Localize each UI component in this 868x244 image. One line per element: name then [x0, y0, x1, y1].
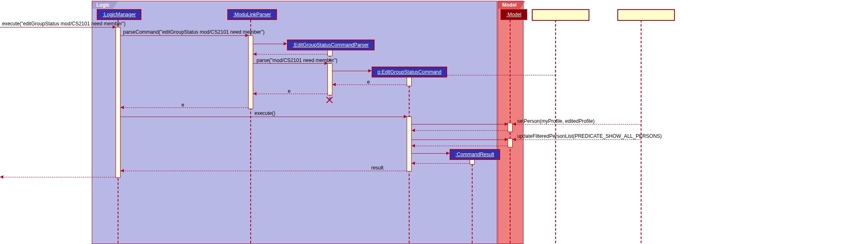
lifeline-command-result [472, 160, 473, 243]
activation-logic-manager [116, 27, 121, 178]
participant-editgroupstatus-parser: :EditGroupStatusCommandParser [287, 40, 375, 50]
msg-execute-cmd: execute("editGroupStatus mod/CS2101 need… [2, 21, 126, 27]
arrow-m8-ret-head [412, 129, 415, 132]
msg-parsecommand: parseCommand("editGroupStatus mod/CS2101… [123, 29, 264, 35]
arrow-m9 [412, 139, 508, 140]
participant-logic-manager: :LogicManager [97, 9, 141, 20]
arrow-create-cmd [332, 71, 371, 71]
msg-setperson: setPerson(myProfile, editedProfile) [517, 118, 594, 124]
arrow-anon2-m9-head [513, 138, 516, 141]
arrow-create-parser-ret-head [253, 52, 257, 56]
arrow-m8 [412, 124, 508, 124]
model-frame-label: Model [498, 1, 525, 9]
msg-result: result [371, 165, 383, 171]
arrow-m9-ret-head [412, 144, 415, 147]
arrow-m3 [253, 63, 327, 64]
arrow-create-parser-ret [253, 54, 327, 55]
msg-e1: e [367, 79, 370, 85]
msg-e2: e [288, 88, 291, 94]
arrow-create-parser-head [284, 42, 287, 45]
arrow-create-result-ret [412, 163, 470, 164]
arrow-m5-head [253, 92, 257, 95]
logic-frame: Logic [92, 1, 497, 244]
arrow-create-result-ret-head [412, 162, 415, 165]
arrow-create-parser [253, 44, 287, 44]
arrow-m6 [121, 107, 248, 108]
participant-anon1 [532, 9, 589, 21]
arrow-m6-head [121, 106, 124, 109]
msg-updatefiltered: updateFilteredPersonList(PREDICATE_SHOW_… [517, 133, 662, 139]
msg-e3: e [181, 102, 184, 108]
arrow-anon2-m8-head [513, 122, 516, 126]
participant-anon2 [617, 9, 675, 21]
participant-modulink-parser: :ModuLinkParser [227, 9, 277, 20]
arrow-m9-ret [412, 146, 508, 146]
participant-editgroupstatus-command: p:EditGroupStatusCommand [372, 67, 447, 77]
activation-egc-2 [407, 117, 412, 172]
arrow-create-result [412, 153, 449, 154]
arrow-anon2-m9 [513, 139, 641, 140]
arrow-create-cmd-head [368, 69, 372, 72]
participant-model: :Model [501, 9, 527, 20]
participant-command-result: :CommandResult [450, 149, 500, 160]
msg-parse: parse("mod/CS2101 need member") [257, 57, 337, 63]
arrow-m1 [0, 27, 116, 27]
arrow-m8-ret [412, 130, 508, 131]
arrow-m4-head [332, 83, 336, 86]
logic-frame-label: Logic [92, 1, 118, 9]
arrow-final-ret-head [0, 175, 3, 179]
arrow-m7 [121, 117, 407, 117]
msg-execute: execute() [254, 110, 275, 116]
lifeline-anon2 [641, 20, 642, 243]
activation-model-1 [508, 123, 513, 132]
destroy-parser-icon [326, 97, 333, 103]
arrow-m2 [120, 35, 248, 36]
arrow-create-result-head [446, 152, 450, 155]
activation-egcp-2 [327, 63, 332, 95]
activation-model-2 [508, 138, 513, 147]
activation-modulink-parser [248, 35, 253, 109]
arrow-anon2-m8 [513, 124, 641, 124]
arrow-final-ret [0, 177, 116, 177]
arrow-m10-head [121, 169, 124, 172]
arrow-m10 [121, 171, 407, 171]
lifeline-anon1 [555, 20, 556, 243]
